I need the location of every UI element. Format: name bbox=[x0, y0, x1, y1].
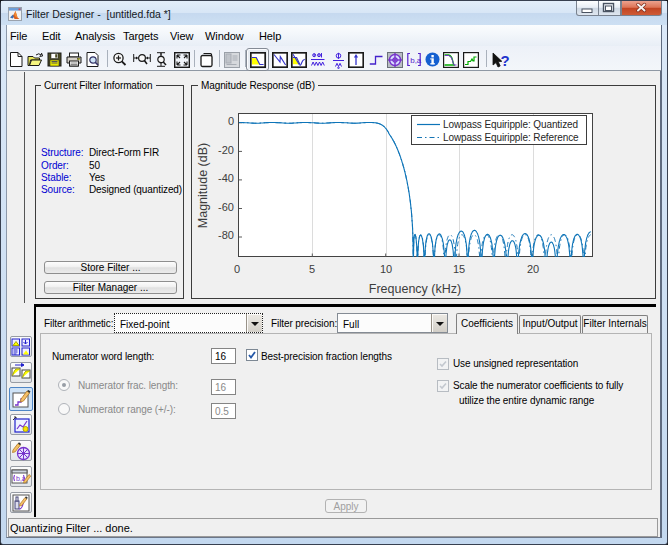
svg-text:b,a: b,a bbox=[410, 56, 422, 65]
svg-text:?: ? bbox=[501, 52, 510, 69]
